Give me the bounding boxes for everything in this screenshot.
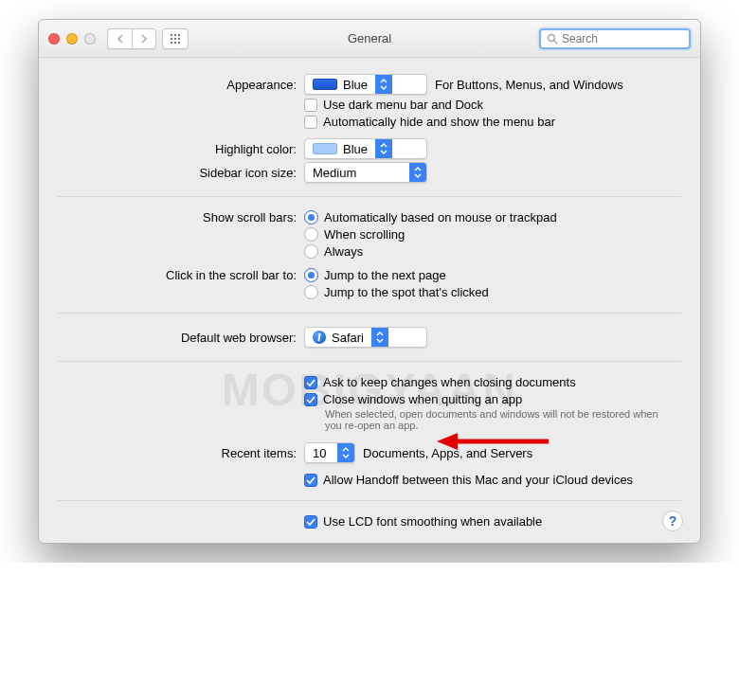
back-button[interactable]: [107, 28, 132, 49]
window-title: General: [348, 31, 391, 45]
search-input[interactable]: [562, 32, 683, 45]
svg-point-7: [174, 41, 176, 43]
scroll-auto-radio[interactable]: Automatically based on mouse or trackpad: [304, 210, 557, 224]
scroll-always-radio[interactable]: Always: [304, 244, 363, 259]
close-icon[interactable]: [48, 33, 60, 45]
recent-items-label: Recent items:: [58, 446, 304, 460]
pane-body: MOBIGYAAN Appearance: Blue For Buttons, …: [39, 58, 700, 543]
font-smoothing-label: Use LCD font smoothing when available: [323, 514, 542, 529]
default-browser-label: Default web browser:: [58, 331, 304, 345]
scroll-always-label: Always: [324, 244, 363, 259]
help-button[interactable]: ?: [662, 511, 683, 531]
minimize-icon[interactable]: [66, 33, 78, 45]
click-scrollbar-label: Click in the scroll bar to:: [58, 268, 304, 282]
svg-line-10: [554, 40, 557, 43]
svg-point-8: [178, 41, 180, 43]
scrollbars-label: Show scroll bars:: [58, 210, 304, 224]
default-browser-value: Safari: [332, 331, 364, 345]
handoff-label: Allow Handoff between this Mac and your …: [323, 473, 633, 487]
svg-point-6: [171, 41, 172, 43]
safari-icon: [313, 331, 326, 344]
appearance-note: For Buttons, Menus, and Windows: [435, 78, 623, 92]
toolbar-nav: [107, 28, 189, 49]
ask-keep-changes-checkbox[interactable]: Ask to keep changes when closing documen…: [304, 375, 576, 389]
autohide-menubar-label: Automatically hide and show the menu bar: [323, 115, 555, 129]
general-prefs-window: General MOBIGYAAN Appearance: Blue For B…: [38, 19, 701, 544]
close-windows-label: Close windows when quitting an app: [323, 392, 522, 406]
dark-menubar-label: Use dark menu bar and Dock: [323, 98, 483, 112]
svg-point-9: [549, 34, 555, 41]
ask-keep-changes-label: Ask to keep changes when closing documen…: [323, 375, 576, 389]
scroll-when-radio[interactable]: When scrolling: [304, 227, 405, 242]
jump-next-radio[interactable]: Jump to the next page: [304, 268, 446, 282]
dark-menubar-checkbox[interactable]: Use dark menu bar and Dock: [304, 98, 483, 112]
svg-point-1: [174, 33, 176, 35]
separator: [58, 361, 681, 362]
appearance-popup[interactable]: Blue: [304, 74, 427, 95]
svg-point-5: [178, 37, 180, 39]
blue-swatch-icon: [313, 79, 337, 90]
updown-arrows-icon: [375, 139, 392, 158]
close-windows-note: When selected, open documents and window…: [325, 408, 666, 431]
updown-arrows-icon: [375, 75, 392, 94]
search-icon: [547, 33, 558, 45]
appearance-value: Blue: [343, 78, 368, 92]
autohide-menubar-checkbox[interactable]: Automatically hide and show the menu bar: [304, 115, 555, 129]
forward-button[interactable]: [132, 28, 156, 49]
sidebar-size-popup[interactable]: Medium: [304, 162, 427, 183]
zoom-icon[interactable]: [84, 33, 96, 45]
separator: [58, 196, 681, 197]
highlight-label: Highlight color:: [58, 142, 304, 156]
window-controls: [48, 33, 96, 45]
handoff-checkbox[interactable]: Allow Handoff between this Mac and your …: [304, 473, 633, 487]
search-field[interactable]: [539, 28, 691, 49]
svg-point-2: [178, 33, 180, 35]
highlight-swatch-icon: [313, 143, 337, 154]
separator: [58, 500, 681, 501]
back-forward-group: [107, 28, 156, 49]
highlight-value: Blue: [343, 142, 368, 156]
svg-point-4: [174, 37, 176, 39]
scroll-auto-label: Automatically based on mouse or trackpad: [324, 210, 557, 224]
default-browser-popup[interactable]: Safari: [304, 327, 427, 348]
sidebar-size-label: Sidebar icon size:: [58, 166, 304, 180]
recent-items-note: Documents, Apps, and Servers: [363, 446, 532, 460]
jump-spot-label: Jump to the spot that's clicked: [324, 285, 489, 299]
close-windows-checkbox[interactable]: Close windows when quitting an app: [304, 392, 666, 406]
jump-spot-radio[interactable]: Jump to the spot that's clicked: [304, 285, 489, 299]
updown-arrows-icon: [371, 328, 388, 347]
jump-next-label: Jump to the next page: [324, 268, 446, 282]
svg-point-3: [171, 37, 172, 39]
svg-point-0: [171, 33, 172, 35]
updown-arrows-icon: [337, 443, 354, 462]
scroll-when-label: When scrolling: [324, 227, 405, 242]
highlight-color-popup[interactable]: Blue: [304, 138, 427, 159]
titlebar: General: [39, 20, 700, 58]
recent-items-value: 10: [305, 446, 337, 460]
recent-items-popup[interactable]: 10: [304, 442, 355, 463]
updown-arrows-icon: [409, 163, 426, 182]
appearance-label: Appearance:: [58, 78, 304, 92]
separator: [58, 313, 681, 314]
show-all-button[interactable]: [162, 28, 189, 49]
font-smoothing-checkbox[interactable]: Use LCD font smoothing when available: [304, 514, 542, 529]
sidebar-size-value: Medium: [305, 166, 409, 180]
